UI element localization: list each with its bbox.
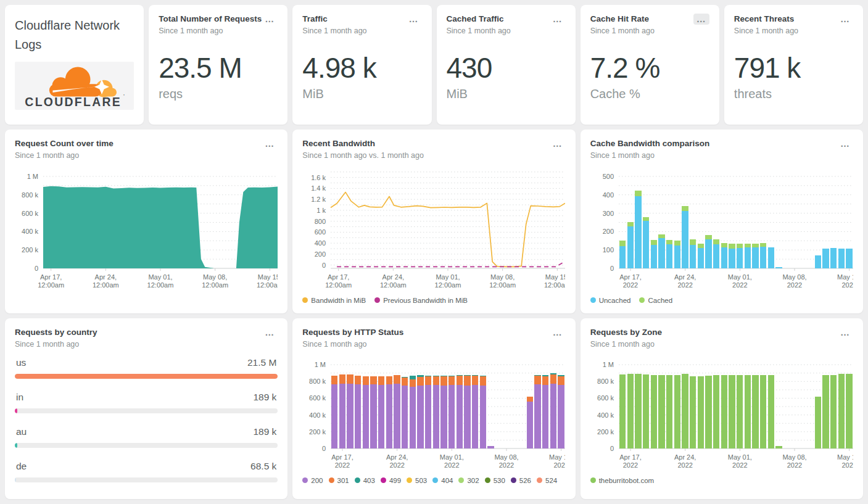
legend-item[interactable]: 302 <box>458 477 479 484</box>
svg-text:2022: 2022 <box>444 461 459 469</box>
legend-label: Uncached <box>599 297 631 304</box>
legend-item[interactable]: 403 <box>355 477 375 484</box>
svg-text:May 15,: May 15, <box>258 273 278 281</box>
legend-dot-icon <box>302 477 308 483</box>
country-list[interactable]: us21.5 Min189 kau189 kde68.5 k <box>15 357 278 482</box>
country-code: in <box>16 392 23 403</box>
legend-item[interactable]: 200 <box>302 477 323 484</box>
chart-canvas: 1 M800 k600 k400 k200 k0Apr 17,12:00amAp… <box>15 166 278 292</box>
panel-menu-icon[interactable]: … <box>262 14 278 25</box>
cloudflare-wordmark: CLOUDFLARE <box>25 95 122 109</box>
panel-menu-icon[interactable]: … <box>837 138 853 149</box>
legend-item[interactable]: Cached <box>639 297 672 304</box>
country-row[interactable]: de68.5 k <box>15 461 278 482</box>
svg-text:2022: 2022 <box>732 281 747 289</box>
legend-label: 503 <box>415 477 427 484</box>
svg-text:May 15,: May 15, <box>549 453 565 461</box>
svg-text:1.2 k: 1.2 k <box>311 196 326 203</box>
panel-menu-icon[interactable]: … <box>693 14 709 25</box>
svg-text:May 15,: May 15, <box>837 453 853 461</box>
svg-text:2022: 2022 <box>499 461 514 469</box>
panel-menu-icon[interactable]: … <box>406 14 422 25</box>
kpi-unit: MiB <box>447 87 566 101</box>
legend-dot-icon <box>432 477 438 483</box>
panel-menu-icon[interactable]: … <box>550 138 566 149</box>
panel-title: Recent Bandwidth <box>302 138 424 149</box>
svg-text:2022: 2022 <box>622 461 637 469</box>
panel-menu-icon[interactable]: … <box>262 138 278 149</box>
country-bar-track <box>15 443 278 448</box>
chart-canvas: 1 M800 k600 k400 k200 k0Apr 17,2022Apr 2… <box>302 355 565 472</box>
country-row[interactable]: in189 k <box>15 392 278 413</box>
svg-text:400 k: 400 k <box>309 411 326 418</box>
country-row[interactable]: au189 k <box>15 426 278 448</box>
legend-item[interactable]: Uncached <box>590 297 631 304</box>
svg-text:2022: 2022 <box>787 461 801 469</box>
panel-request-count: Request Count over time Since 1 month ag… <box>5 130 287 313</box>
legend-label: 499 <box>389 477 401 484</box>
svg-text:200: 200 <box>602 228 613 235</box>
panel-title: Cached Traffic <box>447 14 511 25</box>
requests-by-zone-chart[interactable]: 1 M800 k600 k400 k200 k0Apr 17,2022Apr 2… <box>590 355 853 484</box>
recent-bandwidth-chart[interactable]: 1.6 k1.4 k1.2 k1 k8006004002000Apr 17,12… <box>302 166 565 304</box>
svg-text:Apr 24,: Apr 24, <box>95 273 117 281</box>
kpi-value: 791 k <box>734 51 853 85</box>
svg-text:500: 500 <box>602 172 613 180</box>
legend-label: 524 <box>545 477 557 484</box>
legend-dot-icon <box>590 297 596 303</box>
cache-bandwidth-chart[interactable]: 5004003002001000Apr 17,2022Apr 24,2022Ma… <box>590 166 853 304</box>
http-status-chart[interactable]: 1 M800 k600 k400 k200 k0Apr 17,2022Apr 2… <box>302 355 565 484</box>
legend-item[interactable]: Previous Bandwidth in MiB <box>374 297 468 304</box>
panel-recent-bandwidth: Recent Bandwidth Since 1 month ago vs. 1… <box>292 130 575 313</box>
kpi-unit: reqs <box>159 87 278 101</box>
cloudflare-logo-icon: CLOUDFLARE ’ <box>15 63 134 109</box>
svg-text:2022: 2022 <box>841 281 853 289</box>
legend-dot-icon <box>590 477 596 483</box>
legend-item[interactable]: 503 <box>407 477 427 484</box>
panel-recent-threats: Recent Threats Since 1 month ago … 791 k… <box>724 5 863 125</box>
svg-text:2022: 2022 <box>390 461 405 469</box>
panel-menu-icon[interactable]: … <box>837 14 853 25</box>
svg-text:May 08,: May 08, <box>490 273 515 281</box>
country-row[interactable]: us21.5 M <box>15 357 278 379</box>
kpi-value: 4.98 k <box>302 51 421 85</box>
panel-menu-icon[interactable]: … <box>837 327 853 338</box>
legend-item[interactable]: 301 <box>329 477 349 484</box>
svg-text:12:00am: 12:00am <box>380 281 407 289</box>
panel-menu-icon[interactable]: … <box>262 327 278 338</box>
legend-item[interactable]: Bandwidth in MiB <box>302 297 366 304</box>
panel-subtitle: Since 1 month ago vs. 1 month ago <box>302 151 424 160</box>
svg-text:400 k: 400 k <box>597 411 614 418</box>
country-value: 189 k <box>253 426 276 437</box>
legend-item[interactable]: 499 <box>381 477 401 484</box>
legend-label: 404 <box>441 477 453 484</box>
country-bar-fill <box>15 408 17 413</box>
svg-text:Apr 17,: Apr 17, <box>619 453 641 461</box>
legend-item[interactable]: 524 <box>537 477 557 484</box>
panel-menu-icon[interactable]: … <box>550 327 566 338</box>
panel-subtitle: Since 1 month ago <box>590 340 662 349</box>
svg-text:300: 300 <box>602 209 613 217</box>
svg-text:600 k: 600 k <box>309 394 326 402</box>
svg-text:200 k: 200 k <box>309 428 326 435</box>
svg-text:800: 800 <box>315 217 326 225</box>
country-bar-fill <box>15 477 16 482</box>
legend-item[interactable]: 404 <box>432 477 453 484</box>
legend-label: 200 <box>311 477 323 484</box>
svg-text:Apr 24,: Apr 24, <box>386 453 408 461</box>
country-value: 189 k <box>253 392 276 403</box>
legend-item[interactable]: theburritobot.com <box>590 477 655 484</box>
panel-requests-by-zone: Requests by Zone Since 1 month ago … 1 M… <box>581 318 863 499</box>
svg-text:12:00am: 12:00am <box>435 281 461 289</box>
request-count-chart[interactable]: 1 M800 k600 k400 k200 k0Apr 17,12:00amAp… <box>15 166 278 294</box>
svg-text:2022: 2022 <box>335 461 350 469</box>
cloudflare-logo: CLOUDFLARE ’ <box>15 62 134 110</box>
svg-text:2022: 2022 <box>622 281 637 289</box>
kpi-unit: MiB <box>302 87 421 101</box>
svg-text:0: 0 <box>610 445 614 452</box>
panel-menu-icon[interactable]: … <box>550 14 566 25</box>
legend-item[interactable]: 526 <box>511 477 531 484</box>
svg-text:May 08,: May 08, <box>782 273 806 281</box>
chart-canvas: 1.6 k1.4 k1.2 k1 k8006004002000Apr 17,12… <box>302 166 565 292</box>
legend-item[interactable]: 530 <box>485 477 505 484</box>
